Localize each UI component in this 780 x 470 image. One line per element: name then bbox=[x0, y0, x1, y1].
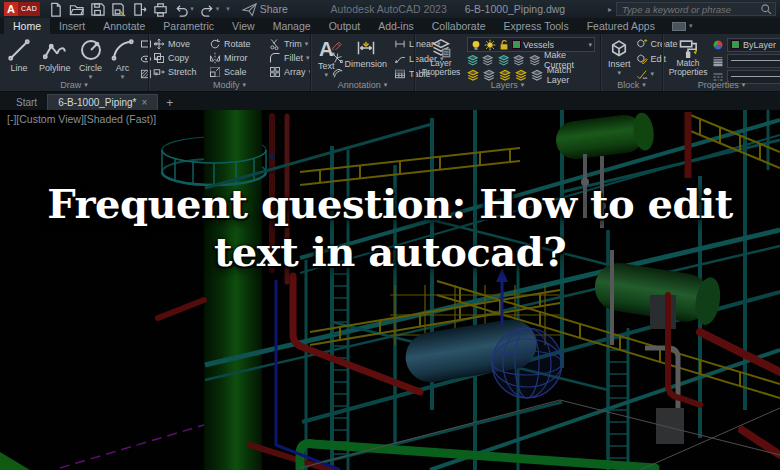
copy-button[interactable]: Copy bbox=[153, 51, 207, 65]
tab-drawing[interactable]: 6-B-1000_Piping* × bbox=[47, 94, 158, 110]
workspace-switcher[interactable]: ▾ bbox=[672, 18, 693, 34]
logo-cad-icon: CAD bbox=[18, 2, 40, 16]
save-button[interactable] bbox=[88, 1, 107, 18]
tab-collaborate[interactable]: Collaborate bbox=[423, 18, 495, 34]
line-button[interactable]: Line bbox=[4, 37, 34, 81]
copy-icon bbox=[153, 52, 165, 64]
drawing-tab-label: 6-B-1000_Piping* bbox=[58, 97, 136, 108]
viewport-controls[interactable]: [-][Custom View][Shaded (Fast)] bbox=[7, 113, 156, 125]
undo-dropdown-icon[interactable]: ▾ bbox=[190, 5, 194, 13]
open-file-button[interactable] bbox=[67, 1, 86, 18]
layer-on-bulb-icon[interactable] bbox=[470, 39, 482, 51]
export-button[interactable] bbox=[130, 1, 149, 18]
edit-block-icon bbox=[636, 53, 648, 65]
trim-icon bbox=[269, 38, 281, 50]
layer-dropdown-icon[interactable]: ▾ bbox=[588, 41, 592, 49]
lineweight-icon bbox=[712, 55, 724, 67]
move-button[interactable]: Move bbox=[153, 37, 207, 51]
polyline-button[interactable]: Polyline bbox=[36, 37, 74, 81]
move-icon bbox=[153, 38, 165, 50]
tab-home[interactable]: Home bbox=[4, 18, 50, 34]
customize-qat-button[interactable]: ▾ bbox=[223, 4, 232, 14]
panel-label-draw[interactable]: Draw▾ bbox=[0, 78, 148, 91]
redo-dropdown-icon[interactable]: ▾ bbox=[216, 5, 220, 13]
title-line-1: Frequent question: How to edit bbox=[0, 180, 780, 228]
new-file-button[interactable] bbox=[46, 1, 65, 18]
insert-block-icon bbox=[609, 38, 629, 58]
tab-annotate[interactable]: Annotate bbox=[94, 18, 154, 34]
panel-label-modify[interactable]: Modify▾ bbox=[149, 78, 310, 91]
panel-label-layers[interactable]: Layers▾ bbox=[415, 78, 600, 91]
panel-label-properties[interactable]: Properties▾ bbox=[663, 78, 780, 91]
panel-label-block[interactable]: Block▾ bbox=[601, 78, 662, 91]
tab-view[interactable]: View bbox=[223, 18, 264, 34]
rotate-button[interactable]: Rotate bbox=[209, 37, 267, 51]
layer-color-swatch[interactable] bbox=[512, 40, 521, 49]
tab-express-tools[interactable]: Express Tools bbox=[494, 18, 577, 34]
color-swatch bbox=[731, 40, 740, 49]
redo-button[interactable]: ▾ bbox=[198, 1, 222, 18]
dimension-button[interactable]: Dimension bbox=[342, 37, 391, 70]
drawing-canvas[interactable]: [-][Custom View][Shaded (Fast)] Frequent… bbox=[0, 110, 780, 470]
mirror-icon bbox=[209, 52, 221, 64]
tab-insert[interactable]: Insert bbox=[50, 18, 94, 34]
lineweight-dropdown[interactable]: ByLayer bbox=[727, 54, 780, 68]
tab-featured-apps[interactable]: Featured Apps bbox=[578, 18, 664, 34]
stretch-icon bbox=[153, 66, 165, 78]
tab-add-ins[interactable]: Add-ins bbox=[369, 18, 423, 34]
panel-modify: Move Rotate Trim▾ Copy Mirror Fillet▾ St… bbox=[148, 34, 310, 91]
circle-button[interactable]: Circle ▾ bbox=[76, 37, 106, 81]
tab-output[interactable]: Output bbox=[320, 18, 370, 34]
match-properties-button[interactable]: Match Properties bbox=[667, 37, 709, 84]
scale-button[interactable]: Scale bbox=[209, 65, 267, 79]
search-caret-icon[interactable]: ▸ bbox=[608, 5, 612, 14]
array-icon bbox=[269, 66, 281, 78]
new-drawing-button[interactable]: + bbox=[158, 96, 181, 110]
title-bar: A CAD ▾ ▾ ▾ Share Autodesk AutoCAD 2023 … bbox=[0, 0, 780, 18]
customize-dropdown-icon: ▾ bbox=[226, 5, 230, 13]
save-as-button[interactable] bbox=[109, 1, 128, 18]
autocad-logo[interactable]: A CAD bbox=[4, 2, 40, 16]
panel-annotation: A Text ▾ Dimension Linear▾ Leader▾ Table… bbox=[310, 34, 414, 91]
layer-lock-icon[interactable] bbox=[513, 54, 524, 66]
workspace-icon bbox=[672, 22, 686, 31]
plot-button[interactable] bbox=[151, 1, 170, 18]
layer-isolate-icon[interactable] bbox=[482, 54, 493, 66]
tab-parametric[interactable]: Parametric bbox=[154, 18, 223, 34]
rotate-icon bbox=[209, 38, 221, 50]
search-input[interactable] bbox=[620, 3, 760, 16]
tab-manage[interactable]: Manage bbox=[264, 18, 320, 34]
text-button[interactable]: A Text ▾ bbox=[315, 37, 338, 78]
layer-properties-button[interactable]: Layer Properties bbox=[419, 37, 463, 82]
line-label: Line bbox=[10, 63, 27, 73]
search-icon[interactable] bbox=[760, 3, 772, 15]
share-button[interactable]: Share bbox=[242, 2, 288, 17]
close-tab-icon[interactable]: × bbox=[142, 97, 148, 108]
undo-button[interactable]: ▾ bbox=[172, 1, 196, 18]
color-wheel-icon bbox=[712, 39, 724, 51]
tab-start[interactable]: Start bbox=[6, 94, 47, 110]
object-color-dropdown[interactable]: ByLayer bbox=[727, 38, 780, 52]
app-title: Autodesk AutoCAD 2023 bbox=[331, 3, 447, 15]
layer-off-icon[interactable] bbox=[467, 54, 478, 66]
quick-access-toolbar: ▾ ▾ ▾ Share bbox=[46, 1, 288, 18]
circle-icon bbox=[79, 38, 103, 62]
stretch-button[interactable]: Stretch bbox=[153, 65, 207, 79]
arc-icon bbox=[111, 38, 135, 62]
match-properties-icon bbox=[678, 38, 698, 58]
make-current-icon[interactable] bbox=[529, 54, 540, 66]
search-box[interactable] bbox=[616, 2, 776, 16]
mirror-button[interactable]: Mirror bbox=[209, 51, 267, 65]
arc-button[interactable]: Arc ▾ bbox=[108, 37, 138, 81]
insert-block-button[interactable]: Insert ▾ bbox=[605, 37, 634, 81]
panel-properties: Match Properties ByLayer B bbox=[662, 34, 780, 91]
layer-unlock-icon[interactable] bbox=[498, 39, 510, 51]
panel-label-annotation[interactable]: Annotation▾ bbox=[311, 78, 414, 91]
layer-freeze-icon[interactable] bbox=[498, 54, 509, 66]
panel-draw: Line Polyline Circle ▾ Arc ▾ ▾ bbox=[0, 34, 148, 91]
arc-label: Arc bbox=[116, 63, 130, 73]
layer-thaw-sun-icon[interactable] bbox=[484, 39, 496, 51]
panel-layers: Layer Properties Vessels ▾ bbox=[414, 34, 600, 91]
autocad-window: A CAD ▾ ▾ ▾ Share Autodesk AutoCAD 2023 … bbox=[0, 0, 780, 470]
panel-block: Insert ▾ Create Edit ▾ Block▾ bbox=[600, 34, 662, 91]
